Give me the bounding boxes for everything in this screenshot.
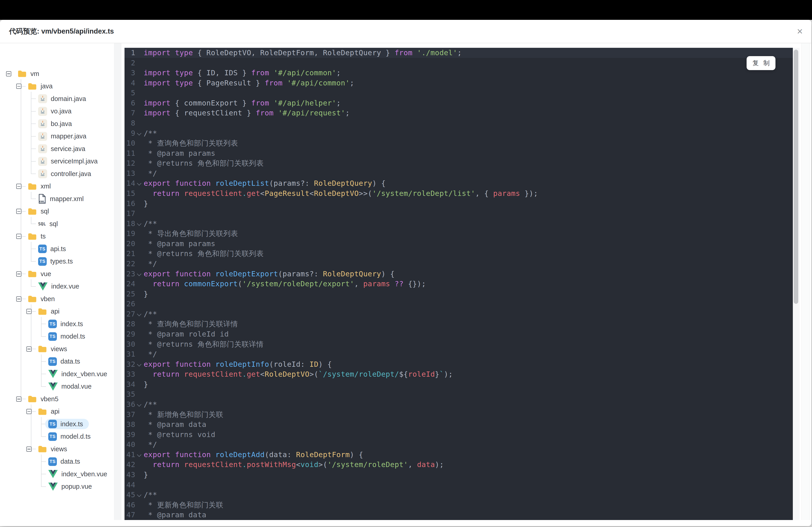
tree-item-ts[interactable]: ts	[0, 230, 114, 243]
tree-item-java[interactable]: java	[0, 80, 114, 93]
tree-item-serviceimpl-java[interactable]: serviceImpl.java	[0, 155, 114, 168]
fold-chevron-down-icon[interactable]	[137, 181, 142, 186]
tree-item-content: bo.java	[35, 119, 78, 129]
typescript-file-icon: TS	[48, 432, 57, 441]
folder-icon	[28, 183, 37, 190]
tree-item-mapper-xml[interactable]: XMLmapper.xml	[0, 193, 114, 205]
tree-item-vue[interactable]: vue	[0, 268, 114, 281]
fold-chevron-down-icon[interactable]	[137, 221, 142, 226]
tree-item-domain-java[interactable]: domain.java	[0, 93, 114, 105]
tree-item-bo-java[interactable]: bo.java	[0, 118, 114, 130]
code-text: import type { RoleDeptVO, RoleDeptForm, …	[144, 48, 462, 58]
tree-item-content: vben	[24, 294, 61, 304]
code-line-16: 16}	[125, 199, 793, 209]
tree-item-modal-vue[interactable]: modal.vue	[0, 380, 114, 393]
code-viewer[interactable]: 1import type { RoleDeptVO, RoleDeptForm,…	[125, 48, 793, 520]
line-number: 10	[125, 138, 135, 148]
modal-title: 代码预览: vm/vben5/api/index.ts	[9, 20, 114, 43]
tree-item-vben[interactable]: vben	[0, 293, 114, 305]
tree-item-views[interactable]: views	[0, 343, 114, 356]
vue-file-icon	[48, 382, 58, 391]
tree-item-api[interactable]: api	[0, 405, 114, 418]
folder-icon	[28, 232, 37, 240]
line-number: 45	[125, 490, 135, 500]
file-tree-panel[interactable]: vmjavadomain.javavo.javabo.javamapper.ja…	[0, 43, 114, 526]
code-scrollbar-track[interactable]	[793, 48, 800, 520]
vue-file-icon	[48, 483, 58, 491]
tree-item-content: index.vue	[35, 281, 85, 292]
tree-item-sql[interactable]: SQLsql	[0, 218, 114, 230]
code-line-33: 33 return requestClient.get<RoleDeptVO>(…	[125, 369, 793, 379]
java-file-icon	[38, 144, 47, 153]
tree-item-sql[interactable]: sql	[0, 205, 114, 218]
code-text: return requestClient.get<RoleDeptVO>(`/s…	[144, 369, 453, 379]
line-number: 34	[125, 379, 135, 390]
tree-item-index-vue[interactable]: index.vue	[0, 280, 114, 293]
collapse-toggle-icon[interactable]	[6, 71, 11, 76]
code-text: import { requestClient } from '#/api/req…	[144, 108, 350, 118]
tree-item-content: popup.vue	[45, 481, 98, 492]
collapse-toggle-icon[interactable]	[16, 209, 21, 214]
tree-item-types-ts[interactable]: TStypes.ts	[0, 255, 114, 268]
tree-item-vo-java[interactable]: vo.java	[0, 105, 114, 118]
copy-button[interactable]: 复 制	[746, 56, 775, 70]
collapse-toggle-icon[interactable]	[26, 309, 32, 314]
collapse-toggle-icon[interactable]	[26, 447, 32, 452]
collapse-toggle-icon[interactable]	[16, 271, 21, 276]
collapse-toggle-icon[interactable]	[16, 84, 21, 89]
line-number: 21	[125, 249, 135, 259]
tree-item-data-ts[interactable]: TSdata.ts	[0, 355, 114, 368]
tree-item-vben5[interactable]: vben5	[0, 393, 114, 406]
tree-scrollbar-track[interactable]	[114, 43, 121, 520]
tree-item-views[interactable]: views	[0, 443, 114, 455]
fold-chevron-down-icon[interactable]	[137, 131, 142, 135]
tree-item-model-d-ts[interactable]: TSmodel.d.ts	[0, 430, 114, 443]
tree-item-index-vben-vue[interactable]: index_vben.vue	[0, 368, 114, 380]
tree-item-index-ts[interactable]: TSindex.ts	[0, 318, 114, 330]
fold-chevron-down-icon[interactable]	[137, 493, 142, 497]
line-number: 17	[125, 209, 135, 219]
close-icon[interactable]: ×	[793, 21, 807, 41]
fold-chevron-down-icon[interactable]	[137, 402, 142, 407]
code-line-8: 8	[125, 118, 793, 128]
fold-chevron-down-icon[interactable]	[137, 312, 142, 316]
collapse-toggle-icon[interactable]	[16, 297, 21, 302]
tree-item-index-vben-vue[interactable]: index_vben.vue	[0, 468, 114, 481]
fold-chevron-down-icon[interactable]	[137, 362, 142, 366]
tree-item-label: controller.java	[51, 170, 91, 178]
collapse-toggle-icon[interactable]	[16, 396, 21, 402]
outer-scrollbar-track[interactable]	[801, 43, 810, 520]
code-scrollbar-thumb[interactable]	[794, 49, 798, 304]
tree-item-controller-java[interactable]: controller.java	[0, 168, 114, 180]
collapse-toggle-icon[interactable]	[26, 409, 32, 414]
tree-item-content: vben5	[24, 394, 64, 404]
tree-item-xml[interactable]: xml	[0, 180, 114, 193]
tree-item-data-ts[interactable]: TSdata.ts	[0, 455, 114, 468]
tree-item-api[interactable]: api	[0, 305, 114, 318]
tree-item-label: ts	[41, 232, 46, 240]
code-text: * 查询角色和部门关联详情	[144, 319, 238, 329]
collapse-toggle-icon[interactable]	[16, 234, 21, 239]
line-number: 23	[125, 269, 135, 279]
tree-item-index-ts[interactable]: TSindex.ts	[0, 418, 114, 431]
fold-chevron-down-icon[interactable]	[137, 452, 142, 457]
java-file-icon	[38, 157, 47, 166]
code-text: * @param params	[144, 239, 215, 249]
line-number: 1	[125, 48, 135, 58]
collapse-toggle-icon[interactable]	[26, 346, 32, 352]
tree-item-label: vue	[41, 270, 51, 278]
tree-item-popup-vue[interactable]: popup.vue	[0, 480, 114, 493]
tree-item-content: controller.java	[35, 169, 97, 179]
line-number: 2	[125, 58, 135, 68]
fold-chevron-down-icon[interactable]	[137, 272, 142, 276]
tree-item-api-ts[interactable]: TSapi.ts	[0, 243, 114, 255]
line-number: 3	[125, 68, 135, 78]
line-number: 6	[125, 98, 135, 108]
tree-item-label: modal.vue	[61, 383, 91, 390]
collapse-toggle-icon[interactable]	[16, 184, 21, 189]
tree-item-vm[interactable]: vm	[0, 67, 114, 80]
tree-item-mapper-java[interactable]: mapper.java	[0, 130, 114, 143]
code-line-32: 32export function roleDeptInfo(roleId: I…	[125, 359, 793, 370]
tree-item-model-ts[interactable]: TSmodel.ts	[0, 330, 114, 343]
tree-item-service-java[interactable]: service.java	[0, 143, 114, 155]
